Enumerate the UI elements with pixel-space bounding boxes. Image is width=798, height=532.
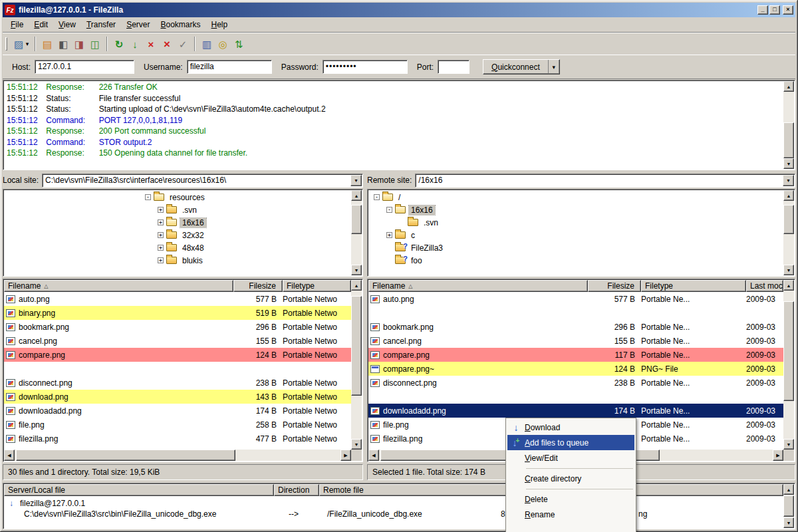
scroll-right-button[interactable]: ▶ — [773, 450, 783, 461]
file-row[interactable]: file.png 258 B Portable Netwo — [4, 418, 351, 432]
menu-item[interactable]: Server — [121, 18, 155, 31]
tree-item[interactable]: + 32x32 — [145, 229, 350, 241]
password-input[interactable]: ••••••••• — [323, 60, 408, 74]
toolbar-button[interactable]: ⇅ — [231, 36, 247, 52]
file-row[interactable]: downloadadd.png 174 B Portable Ne... 200… — [368, 404, 783, 418]
context-menu-item[interactable]: Add files to queue — [507, 435, 634, 450]
column-header-filename[interactable]: Filename △ — [368, 280, 588, 292]
scroll-down-button[interactable]: ▼ — [783, 439, 794, 450]
scrollbar-track[interactable] — [351, 201, 362, 265]
tree-item[interactable]: - 16x16 — [374, 203, 783, 216]
context-menu-item[interactable]: Create directory — [507, 471, 634, 486]
tree-item[interactable]: + 48x48 — [145, 241, 350, 254]
maximize-button[interactable]: □ — [769, 5, 780, 15]
local-tree-vertical-scrollbar[interactable]: ▲ ▼ — [351, 190, 362, 275]
scroll-down-button[interactable]: ▼ — [783, 158, 794, 169]
toolbar-grip[interactable] — [5, 37, 7, 51]
column-header-filesize[interactable]: Filesize — [233, 280, 283, 292]
scroll-right-button[interactable]: ▶ — [340, 450, 351, 461]
menu-item[interactable]: File — [5, 18, 29, 31]
context-menu-item[interactable]: Delete — [507, 491, 634, 507]
menu-item[interactable]: Help — [206, 18, 233, 31]
file-row[interactable] — [368, 306, 783, 320]
column-header-server-local-file[interactable]: Server/Local file — [4, 484, 274, 496]
scrollbar-thumb[interactable] — [16, 450, 235, 461]
menu-item[interactable]: Edit — [29, 18, 53, 31]
column-header-last-modified[interactable]: Last moc — [746, 280, 783, 292]
tree-item[interactable]: FileZilla3 — [374, 241, 783, 254]
file-row[interactable]: cancel.png 155 B Portable Ne... 2009-03 — [368, 334, 783, 348]
tree-item[interactable]: foo — [374, 254, 783, 267]
tree-expander-icon[interactable]: + — [386, 232, 392, 238]
file-row[interactable]: bookmark.png 296 B Portable Ne... 2009-0… — [368, 320, 783, 334]
toolbar-button[interactable]: ▾ — [23, 36, 31, 52]
file-row[interactable]: cancel.png 155 B Portable Netwo — [4, 334, 351, 348]
toolbar-button[interactable]: × — [159, 36, 175, 52]
scroll-down-button[interactable]: ▼ — [351, 265, 362, 275]
scrollbar-track[interactable] — [351, 291, 362, 439]
column-header-direction[interactable]: Direction — [274, 484, 319, 496]
file-row[interactable]: auto.png 577 B Portable Netwo — [4, 292, 351, 306]
scrollbar-thumb[interactable] — [783, 495, 794, 517]
toolbar-button[interactable]: ◎ — [215, 36, 231, 52]
toolbar-button[interactable]: × — [143, 36, 159, 52]
local-list-vertical-scrollbar[interactable]: ▲ ▼ — [351, 280, 362, 450]
tree-expander-icon[interactable]: - — [145, 194, 151, 200]
combo-dropdown-icon[interactable]: ▾ — [783, 175, 794, 186]
column-header-filename[interactable]: Filename △ — [4, 280, 233, 292]
remote-tree-vertical-scrollbar[interactable]: ▲ ▼ — [783, 190, 794, 275]
scroll-up-button[interactable]: ▲ — [783, 280, 794, 291]
log-vertical-scrollbar[interactable]: ▲ ▼ — [783, 81, 794, 169]
file-row[interactable]: download.png 143 B Portable Netwo — [4, 390, 351, 404]
close-button[interactable]: × — [783, 5, 793, 15]
scrollbar-thumb[interactable] — [351, 205, 362, 234]
scroll-down-button[interactable]: ▼ — [783, 265, 794, 275]
toolbar-button[interactable] — [35, 37, 36, 51]
scrollbar-thumb[interactable] — [783, 301, 794, 401]
menu-item[interactable]: Bookmarks — [155, 18, 205, 31]
scrollbar-track[interactable] — [783, 495, 794, 517]
tree-expander-icon[interactable]: + — [158, 257, 164, 263]
tree-item[interactable]: + blukis — [145, 254, 350, 267]
context-menu-item[interactable] — [526, 489, 633, 489]
scrollbar-track[interactable] — [783, 201, 794, 265]
toolbar-button[interactable]: ◨ — [71, 36, 87, 52]
tree-expander-icon[interactable]: - — [374, 194, 380, 200]
scrollbar-track[interactable] — [783, 291, 794, 439]
context-menu-item[interactable]: Download — [507, 420, 634, 435]
scroll-up-button[interactable]: ▲ — [351, 190, 362, 201]
tree-item[interactable]: + c — [374, 229, 783, 241]
queue-server-row[interactable]: filezilla@127.0.0.1 — [4, 497, 783, 509]
toolbar-button[interactable]: ◫ — [87, 36, 103, 52]
scroll-down-button[interactable]: ▼ — [783, 517, 794, 528]
scrollbar-thumb[interactable] — [783, 122, 794, 158]
queue-vertical-scrollbar[interactable]: ▲ ▼ — [783, 484, 794, 528]
local-list-horizontal-scrollbar[interactable]: ◀ ▶ — [4, 450, 351, 461]
tree-expander-icon[interactable]: + — [158, 232, 164, 238]
tree-expander-icon[interactable]: + — [158, 245, 164, 251]
tree-item[interactable]: - / — [374, 191, 783, 203]
local-site-combo[interactable]: C:\dev\svn\FileZilla3\src\interface\reso… — [42, 174, 363, 188]
remote-list-vertical-scrollbar[interactable]: ▲ ▼ — [783, 280, 794, 450]
toolbar-button[interactable]: ✓ — [175, 36, 191, 52]
column-header-filetype[interactable]: Filetype — [641, 280, 746, 292]
combo-dropdown-icon[interactable]: ▾ — [350, 175, 362, 186]
toolbar-button[interactable]: ↻ — [111, 36, 127, 52]
scroll-up-button[interactable]: ▲ — [783, 484, 794, 495]
file-row[interactable]: binary.png 519 B Portable Netwo — [4, 306, 351, 320]
tree-item[interactable]: + 16x16 — [145, 216, 350, 229]
file-row[interactable] — [368, 390, 783, 404]
file-row[interactable]: filezilla.png 477 B Portable Netwo — [4, 432, 351, 446]
scroll-down-button[interactable]: ▼ — [351, 439, 362, 450]
file-row[interactable]: compare.png 124 B Portable Netwo — [4, 348, 351, 362]
file-row[interactable] — [4, 362, 351, 376]
queue-file-row[interactable]: C:\dev\svn\FileZilla3\src\bin\FileZilla_… — [4, 509, 783, 520]
scroll-up-button[interactable]: ▲ — [351, 280, 362, 291]
scrollbar-track[interactable] — [15, 450, 340, 461]
scroll-up-button[interactable]: ▲ — [783, 190, 794, 201]
toolbar-button[interactable]: ↓ — [127, 36, 143, 52]
tree-expander-icon[interactable]: + — [158, 207, 164, 213]
scroll-left-button[interactable]: ◀ — [368, 450, 379, 461]
context-menu-item[interactable] — [526, 468, 633, 469]
file-row[interactable]: disconnect.png 238 B Portable Netwo — [4, 376, 351, 390]
